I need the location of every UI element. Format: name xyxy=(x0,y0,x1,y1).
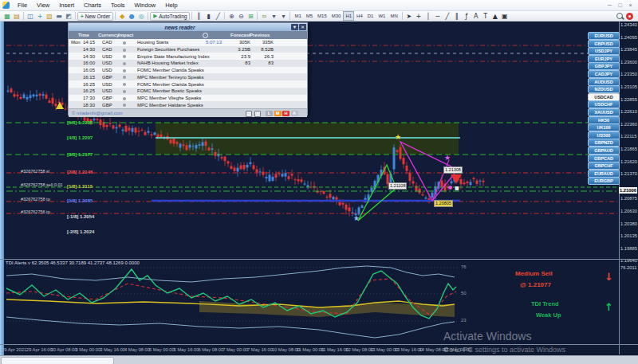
profiles-icon[interactable]: ▤ xyxy=(12,12,22,21)
symbol-button-usdcad[interactable]: USDCAD xyxy=(588,93,620,101)
indicators-icon[interactable]: ≈ xyxy=(259,12,269,21)
menu-item-window[interactable]: Window xyxy=(130,0,161,10)
community-icon[interactable]: ● xyxy=(127,12,136,21)
scrollbar-thumb[interactable] xyxy=(1,357,114,364)
impact-dot-icon xyxy=(123,104,126,107)
symbol-button-eurusd[interactable]: EURUSD xyxy=(588,32,620,40)
market-watch-icon[interactable]: ◫ xyxy=(26,12,35,21)
tile-windows-icon[interactable]: ⊞ xyxy=(246,12,255,21)
menu-item-file[interactable]: File xyxy=(13,0,32,10)
timeframe-m30[interactable]: M30 xyxy=(329,11,344,21)
timeframe-m5[interactable]: M5 xyxy=(304,11,315,21)
restore-icon[interactable]: □ xyxy=(616,2,624,8)
text-icon[interactable]: A xyxy=(471,12,481,21)
symbol-button-gbpnzd[interactable]: GBPNZD xyxy=(588,139,620,147)
terminal-icon[interactable]: ▬ xyxy=(54,12,64,21)
news-time: 18:30 xyxy=(83,103,95,108)
crosshair-icon[interactable]: + xyxy=(414,12,423,21)
timeframe-m1[interactable]: M1 xyxy=(292,11,303,21)
symbol-button-xauusd[interactable]: XAUUSD xyxy=(588,108,620,116)
collapse-icon[interactable]: ▼ xyxy=(291,24,298,30)
zoom-in-icon[interactable]: ⊕ xyxy=(226,12,236,21)
symbol-button-hk50[interactable]: HK50 xyxy=(588,116,620,124)
data-window-icon[interactable]: + xyxy=(35,12,45,21)
symbol-button-gbpchf[interactable]: GBPCHF xyxy=(588,162,620,170)
horizontal-scrollbar[interactable] xyxy=(0,355,638,364)
minimize-icon[interactable]: ─ xyxy=(606,2,613,8)
symbol-button-gbpusd[interactable]: GBPUSD xyxy=(588,40,620,48)
symbol-button-gbpjpy[interactable]: GBPJPY xyxy=(588,62,620,70)
news-reader-window: news reader ▼ ✕ Time Currency Impact For… xyxy=(68,22,308,115)
timeframe-d1[interactable]: D1 xyxy=(365,11,376,21)
close-icon[interactable]: × xyxy=(627,2,634,8)
symbol-button-uk100[interactable]: UK100 xyxy=(588,123,620,131)
news-row[interactable]: 16:15GBPMPC Member Tenreyro Speaks xyxy=(69,73,307,80)
new-order-button[interactable]: +New Order xyxy=(77,12,113,21)
news-event: MPC Member Haldane Speaks xyxy=(137,103,203,108)
news-row[interactable]: 18:30GBPMPC Member Haldane Speaks xyxy=(69,101,307,108)
impact-filter-h[interactable]: H xyxy=(282,111,289,116)
news-reader-titlebar[interactable]: news reader ▼ ✕ xyxy=(69,23,307,31)
globe-icon[interactable]: ◎ xyxy=(136,12,146,21)
news-row[interactable]: 16:25USDFOMC Member Clarida Speaks xyxy=(69,80,307,88)
new-chart-icon[interactable]: ▦ xyxy=(2,12,12,21)
timeframe-h4[interactable]: H4 xyxy=(354,11,365,21)
menu-item-help[interactable]: Help xyxy=(160,0,182,10)
text-label-icon[interactable]: T xyxy=(481,12,490,21)
symbol-button-euraud[interactable]: EURAUD xyxy=(588,170,620,178)
trendline-icon[interactable]: ╱ xyxy=(443,12,452,21)
symbol-button-us500[interactable]: US500 xyxy=(588,131,620,139)
news-row[interactable]: 16:00USDNAHB Housing Market Index8383 xyxy=(69,60,307,67)
symbol-button-eurjpy[interactable]: EURJPY xyxy=(588,55,620,63)
timeframe-h1[interactable]: H1 xyxy=(343,11,354,21)
periods-icon[interactable]: ▾ xyxy=(269,12,278,21)
symbol-button-gbpaud[interactable]: GBPAUD xyxy=(588,147,620,155)
timeframe-mn[interactable]: MN xyxy=(388,11,400,21)
zoom-out-icon[interactable]: ⊖ xyxy=(236,12,246,21)
templates-icon[interactable]: ▾ xyxy=(278,12,288,21)
cursor-icon[interactable]: ➤ xyxy=(404,12,414,21)
impact-filter-a[interactable]: A xyxy=(291,111,298,116)
menu-item-charts[interactable]: Charts xyxy=(79,0,106,10)
notification-icon[interactable] xyxy=(626,13,633,20)
shapes-icon[interactable]: ▣ xyxy=(500,12,510,21)
timeframe-w1[interactable]: W1 xyxy=(376,11,388,21)
news-row[interactable]: 14:30CADForeign Securities Purchases3.25… xyxy=(69,46,307,53)
app-logo-icon xyxy=(2,2,10,9)
symbol-button-cadjpy[interactable]: CADJPY xyxy=(588,70,620,78)
symbol-button-nzdusd[interactable]: NZDUSD xyxy=(588,85,620,93)
news-row[interactable]: 14:30USDEmpire State Manufacturing Index… xyxy=(69,53,307,60)
vertical-line-icon[interactable]: │ xyxy=(423,12,433,21)
impact-filter-m[interactable]: M xyxy=(274,111,282,116)
news-close-icon[interactable]: ✕ xyxy=(299,24,306,30)
candlestick-icon[interactable]: ▮ xyxy=(203,12,213,21)
phone-icon[interactable] xyxy=(254,111,261,117)
menu-item-view[interactable]: View xyxy=(32,0,54,10)
autotrading-button[interactable]: ▶AutoTrading xyxy=(150,12,190,21)
navigator-icon[interactable]: ▧ xyxy=(45,12,54,21)
metaeditor-icon[interactable]: ◆ xyxy=(117,12,127,21)
horizontal-line-icon[interactable]: ─ xyxy=(433,12,443,21)
news-row[interactable]: Mon14:15CADHousing Starts5:07:13305K335K xyxy=(69,39,307,46)
channel-icon[interactable]: ‖ xyxy=(452,12,462,21)
menu-item-tools[interactable]: Tools xyxy=(106,0,130,10)
timeframe-m15[interactable]: M15 xyxy=(315,11,329,21)
symbol-button-audusd[interactable]: AUDUSD xyxy=(588,78,620,86)
news-row[interactable]: 16:05USDFOMC Member Clarida Speaks xyxy=(69,67,307,74)
search-icon[interactable] xyxy=(616,12,624,21)
arrows-icon[interactable]: ▲ xyxy=(490,12,500,21)
fibonacci-icon[interactable]: ƒ xyxy=(462,12,471,21)
lock-icon[interactable] xyxy=(246,111,252,117)
impact-filter-l[interactable]: L xyxy=(266,111,273,116)
bar-chart-icon[interactable]: ║ xyxy=(194,12,203,21)
news-row[interactable]: 17:30GBPMPC Member Vlieghe Speaks xyxy=(69,95,307,102)
strategy-tester-icon[interactable]: ◩ xyxy=(64,12,73,21)
symbol-button-usdjpy[interactable]: USDJPY xyxy=(588,47,620,55)
window-controls: ─ □ × xyxy=(606,2,638,8)
symbol-button-gbpcad[interactable]: GBPCAD xyxy=(588,155,620,162)
symbol-button-usdchf[interactable]: USDCHF xyxy=(588,100,620,108)
symbol-button-eurgbp[interactable]: EURGBP xyxy=(588,177,620,185)
line-chart-icon[interactable]: ╱ xyxy=(213,12,223,21)
menu-item-insert[interactable]: Insert xyxy=(54,0,79,10)
news-row[interactable]: 16:25USDFOMC Member Bostic Speaks xyxy=(69,88,307,95)
